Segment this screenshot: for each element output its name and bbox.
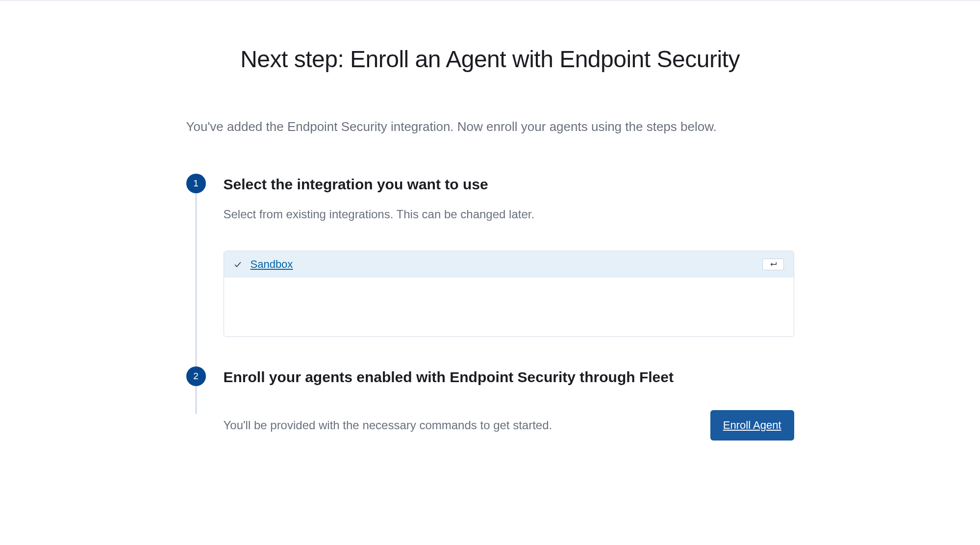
- enter-key-icon: [762, 259, 784, 270]
- integration-selected-option[interactable]: Sandbox: [224, 251, 794, 278]
- step-1-number-badge: 1: [186, 174, 206, 193]
- step-2-title: Enroll your agents enabled with Endpoint…: [224, 366, 794, 387]
- step-1-body: Select the integration you want to use S…: [224, 174, 794, 366]
- page-title: Next step: Enroll an Agent with Endpoint…: [186, 46, 794, 73]
- step-2-marker: 2: [186, 366, 206, 386]
- step-2: 2 Enroll your agents enabled with Endpoi…: [186, 366, 794, 441]
- step-1-description: Select from existing integrations. This …: [224, 208, 794, 221]
- header-divider: [0, 0, 980, 0]
- check-icon: [234, 260, 242, 268]
- integration-select[interactable]: Sandbox: [224, 251, 794, 337]
- step-1: 1 Select the integration you want to use…: [186, 174, 794, 366]
- integration-selected-left: Sandbox: [234, 258, 293, 271]
- enroll-agent-button[interactable]: Enroll Agent: [710, 410, 794, 441]
- page-subtitle: You've added the Endpoint Security integ…: [186, 119, 794, 134]
- page-container: Next step: Enroll an Agent with Endpoint…: [167, 46, 814, 480]
- integration-selected-label[interactable]: Sandbox: [251, 258, 293, 271]
- step-2-description: You'll be provided with the necessary co…: [224, 418, 553, 432]
- integration-select-dropdown-area[interactable]: [224, 278, 794, 337]
- step-1-title: Select the integration you want to use: [224, 174, 794, 194]
- step-2-body: Enroll your agents enabled with Endpoint…: [224, 366, 794, 441]
- step-1-marker: 1: [186, 174, 206, 193]
- step-2-number-badge: 2: [186, 366, 206, 386]
- steps-list: 1 Select the integration you want to use…: [186, 174, 794, 441]
- step-2-row: You'll be provided with the necessary co…: [224, 410, 794, 441]
